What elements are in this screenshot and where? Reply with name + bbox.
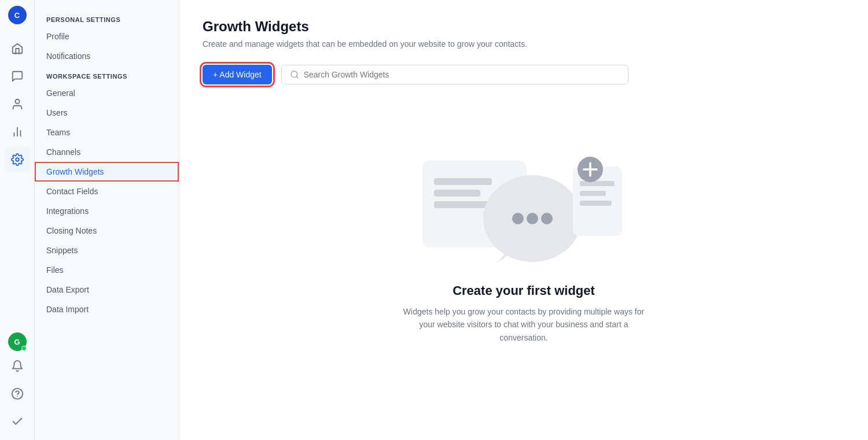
sidebar-item-snippets[interactable]: Snippets — [35, 241, 179, 260]
empty-state-description: Widgets help you grow your contacts by p… — [396, 305, 651, 344]
svg-point-14 — [512, 213, 524, 224]
sidebar-item-integrations[interactable]: Integrations — [35, 201, 179, 221]
svg-point-0 — [15, 99, 19, 103]
user-avatar[interactable]: G — [8, 332, 27, 351]
empty-state: Create your first widget Widgets help yo… — [203, 103, 845, 379]
svg-line-8 — [296, 76, 298, 78]
svg-rect-19 — [580, 191, 606, 196]
svg-point-16 — [541, 213, 553, 224]
icon-sidebar: C G — [0, 0, 35, 440]
personal-settings-title: Personal Settings — [35, 9, 179, 27]
sidebar-icon-chat[interactable] — [5, 64, 30, 89]
settings-sidebar: Personal Settings Profile Notifications … — [35, 0, 179, 440]
sidebar-item-data-import[interactable]: Data Import — [35, 300, 179, 319]
empty-illustration — [417, 138, 631, 265]
svg-point-15 — [527, 213, 538, 224]
search-icon — [290, 70, 299, 79]
sidebar-item-general[interactable]: General — [35, 83, 179, 103]
svg-point-4 — [16, 158, 19, 161]
page-subtitle: Create and manage widgets that can be em… — [203, 39, 845, 49]
sidebar-item-closing-notes[interactable]: Closing Notes — [35, 221, 179, 241]
sidebar-item-growth-widgets[interactable]: Growth Widgets — [35, 162, 179, 182]
sidebar-item-notifications[interactable]: Notifications — [35, 46, 179, 66]
empty-state-title: Create your first widget — [453, 283, 595, 298]
svg-rect-10 — [434, 178, 492, 185]
online-dot — [21, 346, 27, 351]
sidebar-item-channels[interactable]: Channels — [35, 142, 179, 162]
sidebar-item-files[interactable]: Files — [35, 260, 179, 280]
sidebar-item-profile[interactable]: Profile — [35, 27, 179, 46]
main-content: Growth Widgets Create and manage widgets… — [179, 0, 868, 440]
sidebar-icon-reports[interactable] — [5, 119, 30, 145]
svg-rect-18 — [580, 181, 615, 186]
sidebar-icon-help[interactable] — [5, 381, 30, 406]
sidebar-icon-home[interactable] — [5, 36, 30, 61]
page-title: Growth Widgets — [203, 19, 845, 35]
sidebar-icon-contacts[interactable] — [5, 91, 30, 117]
sidebar-item-users[interactable]: Users — [35, 103, 179, 123]
search-box — [281, 65, 628, 84]
search-input[interactable] — [304, 70, 620, 79]
icon-sidebar-bottom: G — [5, 332, 30, 434]
sidebar-item-contact-fields[interactable]: Contact Fields — [35, 182, 179, 201]
svg-rect-20 — [580, 201, 612, 206]
toolbar: + Add Widget — [203, 65, 845, 84]
sidebar-icon-settings[interactable] — [5, 147, 30, 172]
sidebar-item-data-export[interactable]: Data Export — [35, 280, 179, 300]
sidebar-item-teams[interactable]: Teams — [35, 123, 179, 142]
add-widget-button[interactable]: + Add Widget — [203, 65, 272, 84]
top-avatar[interactable]: C — [8, 6, 27, 24]
workspace-settings-title: Workspace Settings — [35, 66, 179, 83]
sidebar-icon-check[interactable] — [5, 409, 30, 434]
sidebar-icon-bell[interactable] — [5, 353, 30, 379]
svg-rect-11 — [434, 190, 480, 197]
